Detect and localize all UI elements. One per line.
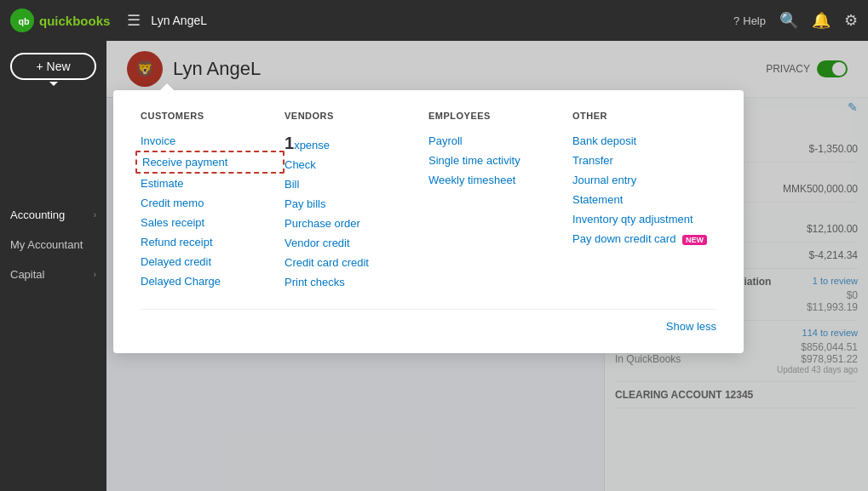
sidebar-item-accounting-label: Accounting <box>10 208 65 221</box>
weekly-timesheet-item[interactable]: Weekly timesheet <box>428 170 572 190</box>
new-dropdown-menu: CUSTOMERS Invoice Receive payment Estima… <box>113 90 744 353</box>
other-list: Bank deposit Transfer Journal entry Stat… <box>572 131 716 248</box>
nav-right: ? Help 🔍 🔔 ⚙ <box>733 11 858 30</box>
other-column: OTHER Bank deposit Transfer Journal entr… <box>572 111 716 292</box>
credit-memo-item[interactable]: Credit memo <box>141 193 285 213</box>
inventory-qty-item[interactable]: Inventory qty adjustment <box>572 209 716 229</box>
new-button-wrapper: + New <box>0 41 106 98</box>
employees-column: EMPLOYEES Payroll Single time activity W… <box>428 111 572 292</box>
journal-entry-item[interactable]: Journal entry <box>572 170 716 190</box>
bill-item[interactable]: Bill <box>285 174 428 194</box>
vendors-list: 1Expensexpense Check Bill Pay bills Purc… <box>285 131 428 292</box>
sidebar-nav: Accounting › My Accountant Capital › <box>0 200 106 289</box>
sales-receipt-item[interactable]: Sales receipt <box>141 213 285 232</box>
statement-item[interactable]: Statement <box>572 190 716 209</box>
sidebar-item-accounting[interactable]: Accounting › <box>0 200 106 230</box>
main-layout: + New Accounting › My Accountant Capital… <box>0 41 868 491</box>
expense-item[interactable]: 1Expensexpense <box>285 131 428 155</box>
company-name: Lyn AngeL <box>151 14 723 27</box>
dropdown-arrow <box>160 83 174 90</box>
single-time-activity-item[interactable]: Single time activity <box>428 151 572 170</box>
bank-deposit-item[interactable]: Bank deposit <box>572 131 716 151</box>
sidebar: + New Accounting › My Accountant Capital… <box>0 41 106 491</box>
pay-bills-item[interactable]: Pay bills <box>285 194 428 214</box>
purchase-order-item[interactable]: Purchase order <box>285 214 428 233</box>
chevron-right-capital-icon: › <box>94 270 96 279</box>
main-content: 🦁 Lyn AngeL PRIVACY PROFIT AND LOSS Last… <box>106 41 868 491</box>
customers-column: CUSTOMERS Invoice Receive payment Estima… <box>141 111 285 292</box>
quickbooks-logo: qb quickbooks <box>10 9 110 32</box>
bell-icon[interactable]: 🔔 <box>812 11 831 30</box>
new-button-arrow <box>49 82 58 86</box>
hamburger-menu-icon[interactable]: ☰ <box>127 11 141 30</box>
refund-receipt-item[interactable]: Refund receipt <box>141 232 285 252</box>
estimate-item[interactable]: Estimate <box>141 174 285 193</box>
show-less-button[interactable]: Show less <box>666 320 716 333</box>
invoice-item[interactable]: Invoice <box>141 131 285 151</box>
vendors-header: VENDORS <box>285 111 428 121</box>
qb-logo-icon: qb <box>10 9 34 32</box>
dropdown-columns: CUSTOMERS Invoice Receive payment Estima… <box>141 111 716 292</box>
top-navigation: qb quickbooks ☰ Lyn AngeL ? Help 🔍 🔔 ⚙ <box>0 0 868 41</box>
check-item[interactable]: Check <box>285 155 428 174</box>
employees-header: EMPLOYEES <box>428 111 572 121</box>
customers-header: CUSTOMERS <box>141 111 285 121</box>
help-button[interactable]: ? Help <box>733 14 766 27</box>
vendor-credit-item[interactable]: Vendor credit <box>285 233 428 253</box>
customers-list: Invoice Receive payment Estimate Credit … <box>141 131 285 291</box>
employees-list: Payroll Single time activity Weekly time… <box>428 131 572 190</box>
other-header: OTHER <box>572 111 716 121</box>
search-icon[interactable]: 🔍 <box>779 11 798 30</box>
help-circle-icon: ? <box>733 14 739 27</box>
sidebar-item-my-accountant-label: My Accountant <box>10 238 83 251</box>
sidebar-item-my-accountant[interactable]: My Accountant <box>0 230 106 260</box>
credit-card-credit-item[interactable]: Credit card credit <box>285 253 428 272</box>
chevron-right-icon: › <box>94 210 96 220</box>
sidebar-item-capital[interactable]: Capital › <box>0 260 106 289</box>
receive-payment-item[interactable]: Receive payment <box>135 151 285 174</box>
new-badge: NEW <box>682 235 707 245</box>
delayed-charge-item[interactable]: Delayed Charge <box>141 271 285 291</box>
gear-icon[interactable]: ⚙ <box>844 11 858 30</box>
transfer-item[interactable]: Transfer <box>572 151 716 170</box>
delayed-credit-item[interactable]: Delayed credit <box>141 252 285 271</box>
show-less-row: Show less <box>141 309 716 333</box>
sidebar-item-capital-label: Capital <box>10 268 44 281</box>
payroll-item[interactable]: Payroll <box>428 131 572 151</box>
vendors-column: VENDORS 1Expensexpense Check Bill Pay bi… <box>285 111 428 292</box>
svg-text:qb: qb <box>19 16 31 26</box>
print-checks-item[interactable]: Print checks <box>285 272 428 292</box>
qb-logo-text: quickbooks <box>39 14 110 28</box>
pay-down-credit-card-item[interactable]: Pay down credit card NEW <box>572 229 716 248</box>
new-button[interactable]: + New <box>10 53 96 80</box>
